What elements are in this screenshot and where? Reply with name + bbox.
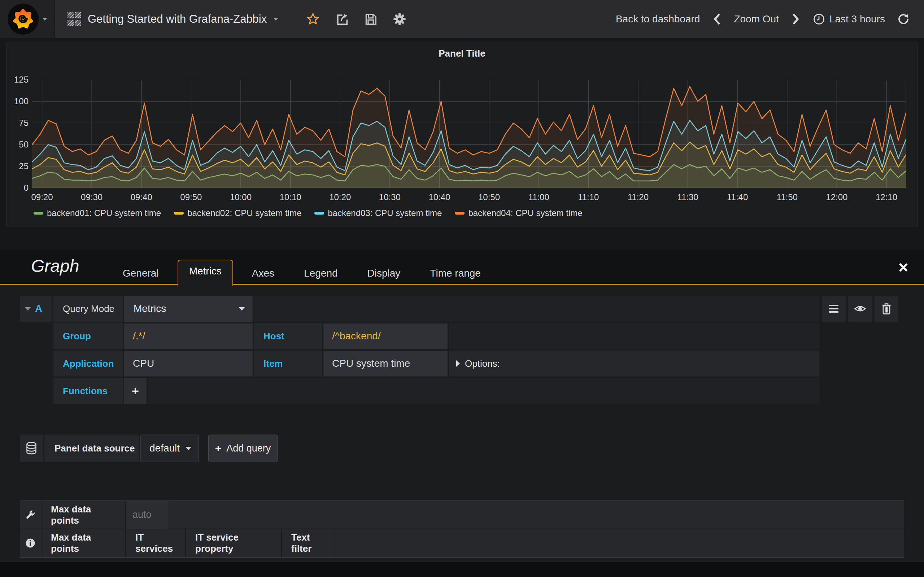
tab-legend[interactable]: Legend [293,263,348,285]
options-links-row: Max data points IT services IT service p… [20,529,904,557]
query-collapse-caret-icon [25,307,31,311]
tab-metrics[interactable]: Metrics [178,259,233,286]
wrench-icon-cell [20,501,42,529]
plus-icon: + [215,442,221,455]
tab-general[interactable]: General [112,263,170,285]
time-range-label: Last 3 hours [829,13,885,25]
group-label-cell: Group [53,323,123,349]
page: Getting Started with Grafana-Zabbix [0,0,924,577]
link-max-data-points[interactable]: Max data points [42,529,126,557]
legend-label: backend04: CPU system time [468,208,582,218]
link-it-services[interactable]: IT services [126,529,186,557]
query-collapse-cell[interactable]: A [20,296,52,322]
grafana-menu-caret-icon [42,18,47,21]
item-input-cell [323,351,447,377]
chart-svg [32,80,906,188]
chevron-left-icon[interactable] [712,13,722,25]
datasource-caret-icon [186,447,191,450]
max-data-points-row: Max data points [20,501,904,529]
zoom-out-link[interactable]: Zoom Out [734,13,779,25]
options-label: Options: [465,358,500,369]
tab-time-range[interactable]: Time range [419,263,492,285]
legend-item[interactable]: backend04: CPU system time [455,208,582,218]
refresh-icon[interactable] [897,13,909,25]
chart-legend: backend01: CPU system timebackend02: CPU… [34,208,583,218]
max-data-points-input[interactable] [126,509,168,521]
legend-swatch-icon [34,212,43,214]
star-button[interactable] [306,12,320,26]
host-label-cell: Host [254,323,322,349]
wrench-icon [25,509,36,521]
trash-icon [881,303,892,315]
dashboard-title: Getting Started with Grafana-Zabbix [88,13,267,26]
query-delete-button[interactable] [874,296,898,322]
tab-axes[interactable]: Axes [241,263,285,285]
navbar: Getting Started with Grafana-Zabbix [0,0,924,38]
application-label: Application [53,358,114,369]
y-tick-label: 100 [8,96,29,106]
panel-title[interactable]: Panel Title [7,48,917,59]
group-input[interactable] [124,330,253,342]
add-function-button[interactable]: + [124,378,147,404]
max-data-points-label: Max data points [51,504,116,526]
legend-swatch-icon [455,212,465,214]
options-toggle[interactable]: Options: [449,351,819,377]
share-button[interactable] [334,12,349,26]
application-input-cell [124,351,253,377]
legend-swatch-icon [314,212,324,214]
plot-area[interactable] [32,80,906,188]
y-tick-label: 75 [8,118,29,128]
panel-type-title: Graph [31,256,79,276]
host-input-cell [323,323,447,349]
functions-filler [148,378,819,404]
link-label: IT services [135,532,176,554]
save-icon [364,12,378,26]
datasource-label-cell: Panel data source [44,435,139,462]
menu-icon [829,305,838,313]
dashboard-title-caret-icon [273,18,278,21]
query-mode-caret-icon [239,307,245,311]
grafana-menu-button[interactable] [0,0,55,38]
tab-display[interactable]: Display [357,263,412,285]
panel-options-table: Max data points Max data points IT servi… [20,501,904,558]
add-query-label: Add query [226,443,271,454]
dashboard-grid-icon [68,12,81,26]
save-button[interactable] [363,12,378,26]
x-tick-label: 09:30 [72,192,111,202]
item-label: Item [254,358,283,369]
host-label: Host [254,331,284,342]
link-it-service-property[interactable]: IT service property [186,529,282,557]
x-tick-label: 12:00 [817,192,856,202]
row-filler [335,529,904,557]
back-to-dashboard-link[interactable]: Back to dashboard [616,13,700,25]
legend-label: backend03: CPU system time [328,208,442,218]
group-input-cell [124,323,253,349]
link-text-filter[interactable]: Text filter [282,529,335,557]
datasource-icon-cell [20,435,43,462]
eye-icon [854,303,866,315]
chevron-right-icon[interactable] [791,13,801,25]
legend-item[interactable]: backend03: CPU system time [314,208,442,218]
close-editor-button[interactable]: × [898,259,908,276]
application-input[interactable] [124,358,253,369]
settings-button[interactable] [393,12,407,26]
query-menu-button[interactable] [822,296,846,322]
query-mode-dropdown[interactable]: Metrics [124,296,253,322]
legend-label: backend01: CPU system time [47,208,161,218]
info-icon [25,538,36,548]
legend-item[interactable]: backend02: CPU system time [174,208,301,218]
time-picker-button[interactable]: Last 3 hours [813,13,885,25]
add-query-button[interactable]: + Add query [208,435,278,462]
datasource-dropdown[interactable]: default [141,435,199,462]
x-tick-label: 11:20 [618,192,658,202]
legend-item[interactable]: backend01: CPU system time [34,208,161,218]
dashboard-title-dropdown[interactable]: Getting Started with Grafana-Zabbix [55,0,291,38]
max-data-points-input-cell [126,501,169,529]
x-tick-label: 11:40 [717,192,757,202]
share-icon [335,12,349,26]
legend-label: backend02: CPU system time [187,208,301,218]
host-input[interactable] [323,330,447,342]
query-toggle-visibility-button[interactable] [848,296,872,322]
item-input[interactable] [323,358,447,369]
x-tick-label: 10:00 [221,192,261,202]
